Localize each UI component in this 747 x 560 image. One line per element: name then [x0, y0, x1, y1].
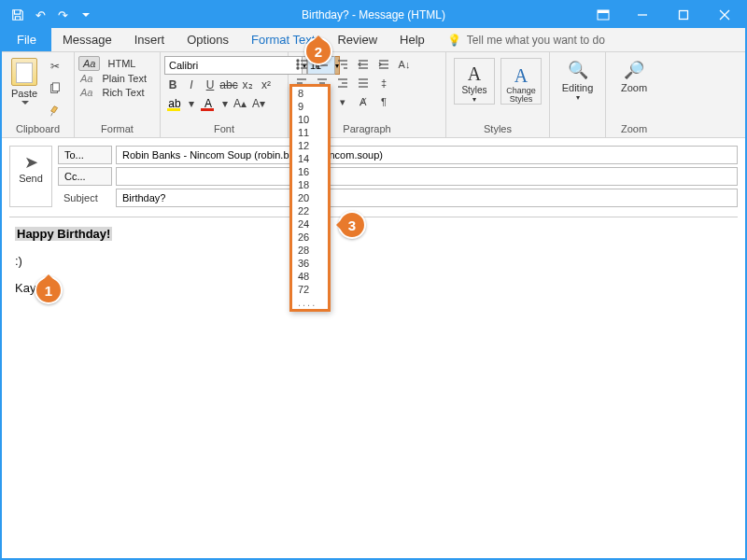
- message-body[interactable]: Happy Birthday! :) Kayla.: [9, 217, 738, 506]
- align-right-button[interactable]: [333, 75, 352, 91]
- format-rich[interactable]: Rich Text: [100, 86, 146, 99]
- editing-button[interactable]: 🔍 Editing ▾: [554, 56, 601, 105]
- font-size-option[interactable]: 20: [292, 191, 328, 204]
- tab-message[interactable]: Message: [51, 28, 123, 51]
- callout-3: 3: [338, 211, 366, 239]
- ribbon-display-options-icon[interactable]: [585, 2, 622, 28]
- group-format: AaHTML AaPlain Text AaRich Text Format: [75, 52, 161, 137]
- font-size-option[interactable]: 28: [292, 244, 328, 257]
- font-color-button[interactable]: A: [198, 95, 218, 112]
- font-size-option[interactable]: 24: [292, 217, 328, 231]
- quick-access-toolbar: ↶ ↷: [2, 5, 95, 25]
- font-size-dropdown-list[interactable]: 891011121416182022242628364872....: [289, 84, 331, 312]
- send-icon: ➤: [24, 152, 38, 173]
- aa-icon: Aa: [78, 86, 94, 99]
- svg-line-8: [51, 113, 53, 117]
- shrink-font-button[interactable]: A▾: [250, 95, 267, 112]
- increase-indent-button[interactable]: [374, 56, 393, 73]
- bold-button[interactable]: B: [164, 77, 181, 93]
- font-size-option[interactable]: 26: [292, 231, 328, 244]
- clear-formatting-button[interactable]: A̸: [354, 93, 373, 110]
- cc-field[interactable]: [116, 167, 738, 186]
- svg-rect-7: [52, 83, 59, 91]
- redo-icon[interactable]: ↷: [52, 5, 73, 25]
- svg-point-13: [297, 67, 299, 69]
- italic-button[interactable]: I: [183, 77, 200, 93]
- font-size-option[interactable]: 36: [292, 257, 328, 270]
- superscript-button[interactable]: x²: [258, 77, 275, 93]
- copy-button[interactable]: [45, 78, 65, 99]
- sort-button[interactable]: A↓: [395, 56, 414, 73]
- body-line: :): [15, 254, 732, 268]
- tab-file[interactable]: File: [2, 28, 51, 51]
- group-clipboard: Paste ✂ Clipboard: [2, 52, 75, 137]
- tab-options[interactable]: Options: [176, 28, 240, 51]
- font-size-option[interactable]: 48: [292, 270, 328, 283]
- line-spacing-button[interactable]: ‡: [374, 75, 393, 91]
- svg-point-11: [297, 63, 299, 65]
- group-editing: 🔍 Editing ▾: [550, 52, 606, 137]
- font-size-option[interactable]: 18: [292, 178, 328, 191]
- tab-help[interactable]: Help: [388, 28, 436, 51]
- qat-more-icon[interactable]: [75, 5, 95, 25]
- subject-label: Subject: [58, 189, 112, 207]
- underline-button[interactable]: U: [202, 77, 218, 93]
- zoom-button[interactable]: 🔎 Zoom: [610, 56, 658, 97]
- paste-button[interactable]: Paste: [6, 56, 43, 121]
- decrease-indent-button[interactable]: [354, 56, 373, 73]
- aa-icon: Aa: [78, 72, 94, 85]
- font-size-option[interactable]: 16: [292, 165, 328, 178]
- chevron-down-icon[interactable]: ▾: [187, 95, 196, 112]
- font-size-option[interactable]: 11: [292, 126, 328, 139]
- chevron-down-icon[interactable]: ▾: [220, 95, 230, 112]
- save-icon[interactable]: [7, 5, 28, 25]
- font-size-option[interactable]: 12: [292, 139, 328, 152]
- format-painter-button[interactable]: [45, 101, 65, 121]
- group-styles: AStyles▾ AChange Styles Styles: [446, 52, 550, 137]
- justify-button[interactable]: [354, 75, 373, 91]
- group-zoom: 🔎 Zoom Zoom: [606, 52, 662, 137]
- format-plain[interactable]: Plain Text: [100, 72, 148, 85]
- send-button[interactable]: ➤ Send: [9, 146, 52, 207]
- highlight-button[interactable]: ab: [164, 95, 185, 112]
- change-styles-button[interactable]: AChange Styles: [500, 58, 542, 105]
- grow-font-button[interactable]: A▴: [232, 95, 248, 112]
- font-size-option[interactable]: 8: [292, 87, 328, 100]
- ribbon: Paste ✂ Clipboard AaHTML AaPlain Text Aa…: [2, 52, 745, 138]
- multilevel-button[interactable]: [333, 56, 352, 73]
- paste-icon: [11, 58, 37, 86]
- undo-icon[interactable]: ↶: [30, 5, 50, 25]
- callout-1: 1: [35, 276, 63, 304]
- cut-button[interactable]: ✂: [45, 56, 65, 77]
- aa-icon: Aa: [78, 56, 100, 71]
- window-title: Birthday? - Message (HTML): [302, 8, 445, 21]
- tab-insert[interactable]: Insert: [123, 28, 176, 51]
- zoom-icon: 🔎: [624, 60, 644, 80]
- subscript-button[interactable]: x₂: [239, 77, 256, 93]
- font-size-option[interactable]: 72: [292, 283, 328, 296]
- show-marks-button[interactable]: ¶: [374, 93, 393, 110]
- tell-me[interactable]: 💡Tell me what you want to do: [436, 28, 616, 51]
- callout-2: 2: [304, 37, 332, 65]
- font-name-input[interactable]: [164, 56, 303, 75]
- format-html[interactable]: HTML: [106, 57, 137, 70]
- more-icon: ....: [292, 296, 328, 309]
- styles-button[interactable]: AStyles▾: [454, 58, 495, 105]
- font-size-option[interactable]: 10: [292, 113, 328, 126]
- svg-rect-3: [680, 11, 688, 20]
- subject-field[interactable]: [116, 189, 738, 207]
- maximize-button[interactable]: [663, 2, 704, 28]
- minimize-button[interactable]: [622, 2, 663, 28]
- strikethrough-button[interactable]: abc: [220, 77, 237, 93]
- to-field[interactable]: [116, 146, 738, 164]
- group-label: Clipboard: [6, 121, 70, 137]
- chevron-down-icon[interactable]: ▾: [333, 93, 352, 110]
- font-size-option[interactable]: 14: [292, 152, 328, 165]
- tab-review[interactable]: Review: [326, 28, 388, 51]
- cc-button[interactable]: Cc...: [58, 167, 112, 186]
- close-button[interactable]: [704, 2, 745, 28]
- to-button[interactable]: To...: [58, 146, 112, 164]
- font-size-option[interactable]: 9: [292, 100, 328, 113]
- font-size-option[interactable]: 22: [292, 204, 328, 217]
- find-icon: 🔍: [568, 60, 588, 80]
